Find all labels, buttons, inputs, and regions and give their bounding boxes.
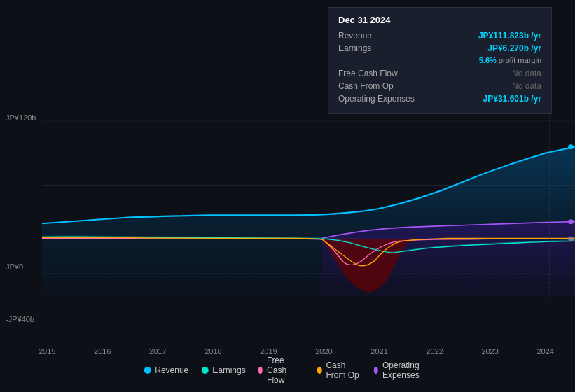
x-label-2019: 2019 <box>260 347 277 356</box>
revenue-dot <box>568 144 574 149</box>
cashop-value: No data <box>512 81 541 91</box>
tooltip-margin-row: 5.6% profit margin <box>338 56 541 64</box>
earnings-label: Earnings <box>338 43 429 53</box>
legend-fcf: Free Cash Flow <box>258 356 305 385</box>
legend-fcf-label: Free Cash Flow <box>267 356 305 385</box>
opex-value: JP¥31.601b /yr <box>483 94 541 104</box>
tooltip-revenue-row: Revenue JP¥111.823b /yr <box>338 31 541 41</box>
tooltip-cashop-row: Cash From Op No data <box>338 81 541 91</box>
legend-revenue: Revenue <box>144 365 188 375</box>
chart-legend: Revenue Earnings Free Cash Flow Cash Fro… <box>144 356 431 385</box>
legend-earnings: Earnings <box>201 365 245 375</box>
revenue-label: Revenue <box>338 31 429 41</box>
x-label-2021: 2021 <box>370 347 387 356</box>
x-label-2016: 2016 <box>94 347 111 356</box>
x-label-2015: 2015 <box>39 347 55 356</box>
fcf-value: No data <box>512 69 541 78</box>
tooltip-panel: Dec 31 2024 Revenue JP¥111.823b /yr Earn… <box>328 7 552 114</box>
legend-revenue-label: Revenue <box>155 365 188 375</box>
legend-cashop: Cash From Op <box>317 360 361 380</box>
earnings-value: JP¥6.270b /yr <box>487 43 541 53</box>
tooltip-earnings-row: Earnings JP¥6.270b /yr <box>338 43 541 53</box>
earnings-dot-legend <box>201 367 208 374</box>
x-label-2017: 2017 <box>149 347 166 356</box>
revenue-dot-legend <box>144 367 151 374</box>
margin-value: 5.6% profit margin <box>479 56 541 64</box>
legend-opex: Operating Expenses <box>374 360 431 380</box>
x-label-2020: 2020 <box>315 347 332 356</box>
cashop-dot-legend <box>317 367 321 374</box>
tooltip-date: Dec 31 2024 <box>338 15 541 25</box>
cashop-label: Cash From Op <box>338 81 429 91</box>
opex-dot <box>568 219 574 224</box>
x-label-2022: 2022 <box>426 347 443 356</box>
legend-cashop-label: Cash From Op <box>326 360 361 380</box>
legend-opex-label: Operating Expenses <box>382 360 431 380</box>
tooltip-opex-row: Operating Expenses JP¥31.601b /yr <box>338 94 541 104</box>
x-label-2024: 2024 <box>536 347 553 356</box>
opex-dot-legend <box>374 367 378 374</box>
cashop-dot <box>568 237 574 241</box>
fcf-label: Free Cash Flow <box>338 69 429 78</box>
x-label-2023: 2023 <box>481 347 498 356</box>
revenue-value: JP¥111.823b /yr <box>478 31 541 41</box>
opex-label: Operating Expenses <box>338 94 429 104</box>
x-axis-labels: 2015 2016 2017 2018 2019 2020 2021 2022 … <box>39 347 575 356</box>
tooltip-fcf-row: Free Cash Flow No data <box>338 69 541 78</box>
fcf-dot-legend <box>258 367 263 374</box>
legend-earnings-label: Earnings <box>212 365 245 375</box>
x-label-2018: 2018 <box>205 347 221 356</box>
chart-svg <box>0 108 575 332</box>
